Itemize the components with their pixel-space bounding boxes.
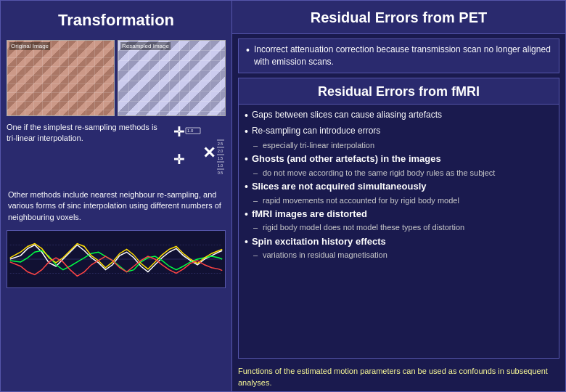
fmri-subtext-4: rigid body model does not model these ty… — [263, 222, 464, 232]
fmri-item-4: • fMRI images are distorted – rigid body… — [245, 208, 553, 233]
fmri-bullet-2: • — [245, 152, 248, 167]
image-row: Original Image Resampled Image — [1, 37, 231, 119]
fmri-text-1: Re-sampling can introduce errors — [252, 125, 380, 137]
fmri-text-3: Slices are not acquired simultaneously — [252, 180, 427, 193]
svg-text:1.0: 1.0 — [187, 128, 194, 133]
functions-text: Functions of the estimated motion parame… — [232, 363, 565, 391]
bottom-graph — [7, 230, 226, 288]
svg-text:2.5: 2.5 — [218, 142, 223, 146]
pet-section: • Incorrect attenuation correction becau… — [238, 38, 559, 73]
fmri-sub-2: – do not move according to the same rigi… — [245, 168, 553, 178]
right-panel: Residual Errors from PET • Incorrect att… — [232, 0, 566, 392]
fmri-bullet-4: • — [245, 208, 248, 222]
svg-text:✛: ✛ — [173, 125, 184, 139]
fmri-sub-1: – especially tri-linear interpolation — [245, 140, 553, 150]
fmri-text-2: Ghosts (and other artefacts) in the imag… — [252, 152, 441, 166]
fmri-item-1: • Re-sampling can introduce errors – esp… — [245, 125, 553, 150]
fmri-sub-5: – variations in residual magnetisation — [245, 250, 553, 260]
fmri-subtext-5: variations in residual magnetisation — [263, 250, 387, 260]
fmri-item-2: • Ghosts (and other artefacts) in the im… — [245, 152, 553, 178]
fmri-bullet-0: • — [245, 109, 248, 123]
interpolation-row: One if the simplest re-sampling methods … — [1, 119, 231, 187]
fmri-bullet-5: • — [245, 235, 248, 250]
pet-bullet-0: • — [246, 44, 250, 58]
pet-text-0: Incorrect attenuation correction because… — [254, 44, 551, 68]
svg-text:0.5: 0.5 — [218, 171, 223, 175]
fmri-item-5: • Spin excitation history effects – vari… — [245, 235, 553, 261]
svg-text:✛: ✛ — [173, 152, 184, 167]
fmri-sub-4: – rigid body model does not model these … — [245, 222, 553, 232]
fmri-text-0: Gaps between slices can cause aliasing a… — [252, 109, 442, 121]
left-text2: Other methods include nearest neighbour … — [1, 187, 231, 226]
fmri-content: • Gaps between slices can cause aliasing… — [238, 104, 559, 359]
interp-text: One if the simplest re-sampling methods … — [7, 122, 162, 144]
resampled-image: Resampled Image — [118, 40, 226, 116]
svg-text:1.5: 1.5 — [218, 156, 223, 160]
interp-diagram-svg: ✛ ✛ ✕ 1.0 2.5 2.0 — [168, 122, 226, 184]
fmri-sub-3: – rapid movements not accounted for by r… — [245, 195, 553, 205]
fmri-subtext-1: especially tri-linear interpolation — [263, 140, 374, 150]
fmri-bullet-3: • — [245, 180, 248, 195]
graph-svg — [7, 231, 225, 287]
left-panel: Transformation Original Image Resampled … — [0, 0, 232, 392]
svg-text:2.0: 2.0 — [218, 149, 223, 153]
fmri-text-5: Spin excitation history effects — [252, 235, 386, 248]
original-image: Original Image — [7, 40, 115, 116]
svg-text:✕: ✕ — [202, 144, 216, 162]
svg-text:1.0: 1.0 — [218, 163, 223, 168]
fmri-title: Residual Errors from fMRI — [238, 78, 559, 104]
fmri-bullet-1: • — [245, 125, 248, 139]
interp-diagram: ✛ ✛ ✕ 1.0 2.5 2.0 — [168, 122, 226, 184]
pet-item-0: • Incorrect attenuation correction becau… — [246, 44, 551, 68]
fmri-item-0: • Gaps between slices can cause aliasing… — [245, 109, 553, 123]
resampled-image-label: Resampled Image — [120, 42, 171, 50]
original-image-label: Original Image — [9, 42, 50, 50]
fmri-subtext-3: rapid movements not accounted for by rig… — [263, 195, 459, 205]
fmri-item-3: • Slices are not acquired simultaneously… — [245, 180, 553, 205]
fmri-subtext-2: do not move according to the same rigid … — [263, 168, 495, 178]
pet-title: Residual Errors from PET — [232, 1, 565, 34]
fmri-text-4: fMRI images are distorted — [252, 208, 367, 221]
main-container: Transformation Original Image Resampled … — [0, 0, 566, 392]
left-title: Transformation — [1, 1, 231, 37]
